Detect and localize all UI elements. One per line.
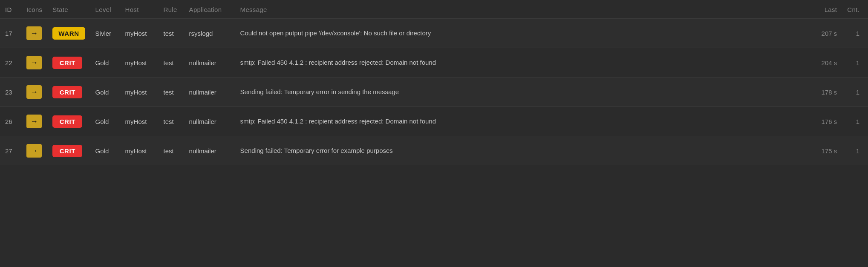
cell-last: 207 s: [808, 19, 842, 48]
alerts-table-container: ID Icons State Level Host Rule Applicati…: [0, 0, 868, 267]
table-row[interactable]: 23 → CRIT Gold myHost test nullmailer Se…: [0, 78, 868, 107]
state-badge: CRIT: [52, 115, 82, 128]
cell-message: Sending failed: Temporary error for exam…: [235, 136, 808, 166]
cell-id: 26: [0, 107, 21, 136]
cell-rule: test: [159, 78, 184, 107]
cell-rule: test: [159, 48, 184, 78]
cell-state: CRIT: [47, 78, 90, 107]
col-header-application: Application: [184, 0, 235, 19]
alerts-table-body: 17 → WARN Sivler myHost test rsyslogd Co…: [0, 19, 868, 166]
cell-application: nullmailer: [184, 48, 235, 78]
cell-level: Gold: [90, 107, 120, 136]
cell-host: myHost: [120, 107, 159, 136]
col-header-message: Message: [235, 0, 808, 19]
table-row[interactable]: 22 → CRIT Gold myHost test nullmailer sm…: [0, 48, 868, 78]
cell-host: myHost: [120, 78, 159, 107]
cell-message: smtp: Failed 450 4.1.2 : recipient addre…: [235, 107, 808, 136]
cell-id: 27: [0, 136, 21, 166]
cell-host: myHost: [120, 48, 159, 78]
cell-last: 175 s: [808, 136, 842, 166]
cell-state: WARN: [47, 19, 90, 48]
arrow-icon: →: [26, 26, 42, 40]
cell-level: Sivler: [90, 19, 120, 48]
cell-id: 23: [0, 78, 21, 107]
cell-message: Sending failed: Temporary error in sendi…: [235, 78, 808, 107]
cell-application: nullmailer: [184, 78, 235, 107]
cell-icon: →: [21, 136, 47, 166]
cell-cnt: 1: [842, 136, 868, 166]
col-header-cnt: Cnt.: [842, 0, 868, 19]
state-badge: CRIT: [52, 57, 82, 69]
cell-icon: →: [21, 19, 47, 48]
cell-state: CRIT: [47, 107, 90, 136]
cell-host: myHost: [120, 19, 159, 48]
cell-last: 204 s: [808, 48, 842, 78]
arrow-icon: →: [26, 144, 42, 158]
arrow-icon: →: [26, 85, 42, 99]
cell-cnt: 1: [842, 78, 868, 107]
alerts-table: ID Icons State Level Host Rule Applicati…: [0, 0, 868, 165]
state-badge: CRIT: [52, 145, 82, 157]
message-text: Could not open putput pipe '/dev/xconsol…: [240, 29, 431, 37]
cell-id: 22: [0, 48, 21, 78]
cell-icon: →: [21, 107, 47, 136]
col-header-rule: Rule: [159, 0, 184, 19]
col-header-icons: Icons: [21, 0, 47, 19]
col-header-state: State: [47, 0, 90, 19]
cell-last: 176 s: [808, 107, 842, 136]
cell-rule: test: [159, 136, 184, 166]
arrow-icon: →: [26, 115, 42, 128]
cell-icon: →: [21, 48, 47, 78]
cell-level: Gold: [90, 48, 120, 78]
cell-rule: test: [159, 107, 184, 136]
cell-level: Gold: [90, 136, 120, 166]
cell-application: nullmailer: [184, 136, 235, 166]
message-text: smtp: Failed 450 4.1.2 : recipient addre…: [240, 118, 436, 125]
cell-id: 17: [0, 19, 21, 48]
message-text: Sending failed: Temporary error for exam…: [240, 147, 393, 154]
table-row[interactable]: 17 → WARN Sivler myHost test rsyslogd Co…: [0, 19, 868, 48]
cell-cnt: 1: [842, 48, 868, 78]
cell-application: rsyslogd: [184, 19, 235, 48]
cell-application: nullmailer: [184, 107, 235, 136]
cell-cnt: 1: [842, 19, 868, 48]
cell-last: 178 s: [808, 78, 842, 107]
col-header-last: Last: [808, 0, 842, 19]
cell-level: Gold: [90, 78, 120, 107]
cell-state: CRIT: [47, 48, 90, 78]
cell-icon: →: [21, 78, 47, 107]
cell-message: Could not open putput pipe '/dev/xconsol…: [235, 19, 808, 48]
col-header-host: Host: [120, 0, 159, 19]
table-row[interactable]: 27 → CRIT Gold myHost test nullmailer Se…: [0, 136, 868, 166]
table-header-row: ID Icons State Level Host Rule Applicati…: [0, 0, 868, 19]
cell-rule: test: [159, 19, 184, 48]
cell-state: CRIT: [47, 136, 90, 166]
cell-cnt: 1: [842, 107, 868, 136]
state-badge: CRIT: [52, 86, 82, 98]
col-header-level: Level: [90, 0, 120, 19]
table-row[interactable]: 26 → CRIT Gold myHost test nullmailer sm…: [0, 107, 868, 136]
message-text: Sending failed: Temporary error in sendi…: [240, 88, 399, 95]
state-badge: WARN: [52, 27, 85, 40]
message-text: smtp: Failed 450 4.1.2 : recipient addre…: [240, 59, 436, 66]
arrow-icon: →: [26, 56, 42, 69]
cell-message: smtp: Failed 450 4.1.2 : recipient addre…: [235, 48, 808, 78]
cell-host: myHost: [120, 136, 159, 166]
col-header-id: ID: [0, 0, 21, 19]
